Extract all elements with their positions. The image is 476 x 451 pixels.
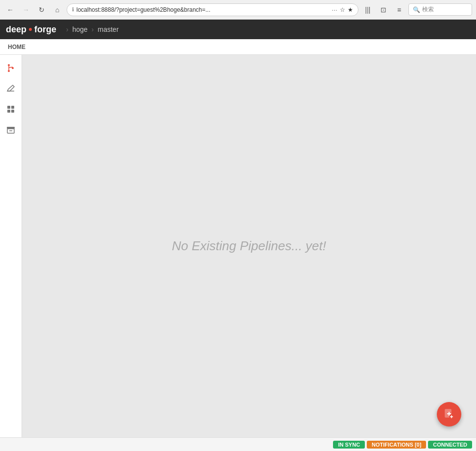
breadcrumb-separator-1: › — [66, 25, 69, 33]
browser-toolbar: ← → ↻ ⌂ ℹ localhost:8888/?project=guest%… — [0, 0, 476, 20]
library-icon[interactable]: ||| — [361, 3, 374, 16]
add-pipeline-button[interactable] — [437, 402, 461, 427]
sidebar-icon-grid[interactable] — [2, 101, 19, 118]
svg-rect-8 — [11, 106, 14, 109]
search-placeholder: 検索 — [422, 5, 434, 14]
sidebar-icon-edit[interactable] — [2, 80, 19, 97]
sub-nav: HOME — [0, 39, 476, 55]
status-bar: IN SYNC NOTIFICATIONS [0] CONNECTED — [0, 437, 476, 451]
empty-pipelines-message: No Existing Pipelines... yet! — [172, 238, 326, 254]
reader-icon[interactable]: ⊡ — [377, 3, 390, 16]
forward-button[interactable]: → — [20, 3, 32, 16]
toolbar-icons: ||| ⊡ ≡ — [361, 3, 405, 16]
svg-point-0 — [8, 64, 10, 66]
logo-deep: deep — [6, 24, 26, 35]
breadcrumb: › hoge › master — [62, 25, 119, 33]
breadcrumb-separator-2: › — [92, 25, 94, 33]
sync-badge: IN SYNC — [333, 441, 365, 449]
svg-line-4 — [9, 67, 13, 68]
breadcrumb-hoge[interactable]: hoge — [72, 25, 88, 33]
bookmark-icon[interactable]: ☆ — [340, 6, 345, 13]
app-header: deepforge › hoge › master — [0, 20, 476, 39]
sidebar-icon-pipeline[interactable] — [2, 60, 19, 76]
breadcrumb-master[interactable]: master — [98, 25, 119, 33]
svg-rect-9 — [7, 110, 10, 113]
svg-rect-7 — [7, 106, 10, 109]
subnav-home[interactable]: HOME — [6, 41, 27, 53]
notifications-badge[interactable]: NOTIFICATIONS [0] — [367, 441, 426, 449]
main-layout: No Existing Pipelines... yet! — [0, 55, 476, 437]
refresh-button[interactable]: ↻ — [35, 3, 48, 16]
url-text: localhost:8888/?project=guest%2Bhoge&bra… — [76, 6, 329, 13]
star-icon[interactable]: ★ — [348, 6, 353, 13]
sidebar — [0, 55, 22, 437]
logo-forge: forge — [34, 24, 56, 35]
info-icon: ℹ — [72, 6, 74, 13]
search-icon: 🔍 — [413, 6, 420, 13]
more-button[interactable]: ··· — [332, 6, 337, 14]
content-area: No Existing Pipelines... yet! — [22, 55, 476, 437]
back-button[interactable]: ← — [4, 3, 17, 16]
search-bar[interactable]: 🔍 検索 — [408, 3, 472, 16]
app-logo: deepforge — [6, 24, 56, 35]
svg-point-1 — [8, 70, 10, 72]
menu-icon[interactable]: ≡ — [393, 3, 405, 16]
svg-rect-10 — [11, 110, 14, 113]
home-button[interactable]: ⌂ — [51, 3, 64, 16]
logo-dot — [29, 28, 32, 31]
browser-chrome: ← → ↻ ⌂ ℹ localhost:8888/?project=guest%… — [0, 0, 476, 20]
address-bar[interactable]: ℹ localhost:8888/?project=guest%2Bhoge&b… — [67, 3, 358, 16]
connected-badge: CONNECTED — [428, 441, 472, 449]
sidebar-icon-archive[interactable] — [2, 121, 19, 138]
